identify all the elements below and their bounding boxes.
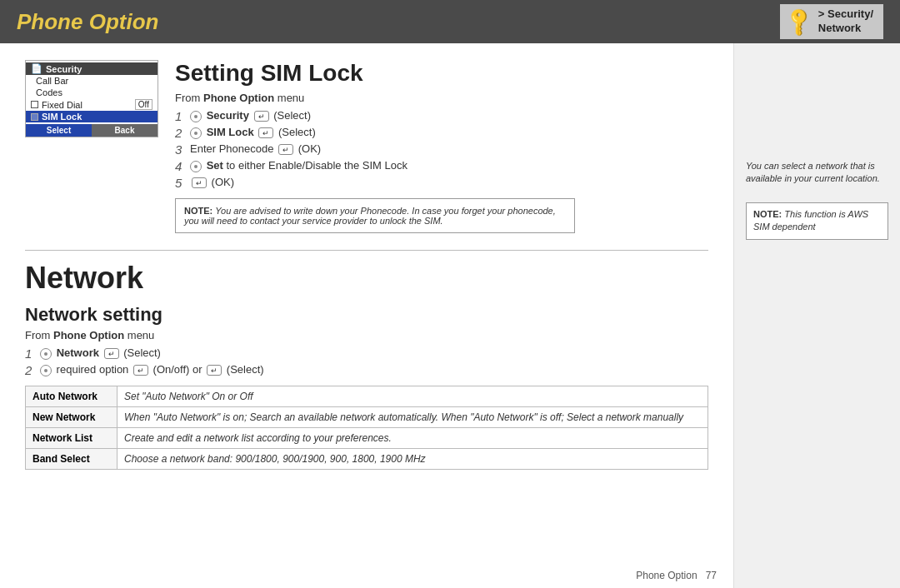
table-label: Network List bbox=[26, 428, 118, 449]
table-label: Auto Network bbox=[26, 386, 118, 407]
network-table: Auto Network Set "Auto Network" On or Of… bbox=[25, 386, 708, 470]
breadcrumb-text: > Security/ Network bbox=[818, 7, 873, 36]
table-label: New Network bbox=[26, 407, 118, 428]
network-steps: 1 Network ↵ (Select) 2 required option ↵ bbox=[25, 346, 708, 377]
network-step-2: 2 required option ↵ (On/off) or ↵ (Selec… bbox=[25, 363, 708, 377]
sidebar-aws-note: NOTE: This function is AWS SIM dependent bbox=[746, 202, 888, 240]
step-3: 3 Enter Phonecode ↵ (OK) bbox=[175, 142, 708, 157]
section-divider bbox=[25, 250, 708, 251]
location-note-text: You can select a network that is availab… bbox=[746, 160, 888, 186]
table-desc: When "Auto Network" is on; Search an ava… bbox=[118, 407, 708, 428]
fixed-dial-checkbox bbox=[31, 101, 38, 108]
phone-select-button[interactable]: Select bbox=[26, 124, 92, 137]
page-header: Phone Option 🔑 > Security/ Network bbox=[0, 0, 900, 43]
network-section: Network Network setting From Phone Optio… bbox=[25, 261, 708, 470]
table-row: Band Select Choose a network band: 900/1… bbox=[26, 449, 708, 470]
right-sidebar: You can select a network that is availab… bbox=[733, 43, 900, 588]
content-area: 📄 Security Call Bar Codes Fixed Dial Off bbox=[0, 43, 733, 588]
phone-mock: 📄 Security Call Bar Codes Fixed Dial Off bbox=[25, 60, 158, 137]
sim-lock-checkbox bbox=[31, 113, 38, 121]
sim-lock-steps: 1 Security ↵ (Select) 2 SIM Lock bbox=[175, 109, 708, 190]
sim-lock-section: 📄 Security Call Bar Codes Fixed Dial Off bbox=[25, 60, 708, 240]
step-1: 1 Security ↵ (Select) bbox=[175, 109, 708, 123]
table-row: Network List Create and edit a network l… bbox=[26, 428, 708, 449]
phone-back-button[interactable]: Back bbox=[92, 124, 158, 137]
sim-lock-note: NOTE: You are advised to write down your… bbox=[175, 198, 575, 233]
network-step-1: 1 Network ↵ (Select) bbox=[25, 346, 708, 361]
phone-menu-fixeddial: Fixed Dial Off bbox=[26, 98, 158, 111]
key-icon: 🔑 bbox=[782, 4, 816, 38]
phone-screen: 📄 Security Call Bar Codes Fixed Dial Off bbox=[26, 61, 158, 124]
off-badge: Off bbox=[135, 99, 152, 110]
page-title: Phone Option bbox=[17, 9, 158, 35]
sim-lock-content: Setting SIM Lock From Phone Option menu … bbox=[175, 60, 708, 240]
table-desc: Set "Auto Network" On or Off bbox=[118, 386, 708, 407]
sidebar-location-note: You can select a network that is availab… bbox=[746, 160, 888, 186]
phone-menu-callbar: Call Bar bbox=[26, 75, 158, 87]
breadcrumb: 🔑 > Security/ Network bbox=[780, 4, 883, 39]
table-row: Auto Network Set "Auto Network" On or Of… bbox=[26, 386, 708, 407]
sim-lock-from: From Phone Option menu bbox=[175, 92, 708, 104]
phone-menu-simlock: SIM Lock bbox=[26, 111, 158, 122]
table-label: Band Select bbox=[26, 449, 118, 470]
step-4: 4 Set to either Enable/Disable the SIM L… bbox=[175, 159, 708, 173]
phone-menu-security: 📄 Security bbox=[26, 62, 158, 75]
table-desc: Create and edit a network list according… bbox=[118, 428, 708, 449]
network-setting-title: Network setting bbox=[25, 304, 708, 326]
table-row: New Network When "Auto Network" is on; S… bbox=[26, 407, 708, 428]
sim-lock-title: Setting SIM Lock bbox=[175, 60, 708, 87]
step-2: 2 SIM Lock ↵ (Select) bbox=[175, 126, 708, 140]
phone-buttons: Select Back bbox=[26, 124, 158, 137]
table-desc: Choose a network band: 900/1800, 900/190… bbox=[118, 449, 708, 470]
main-layout: 📄 Security Call Bar Codes Fixed Dial Off bbox=[0, 43, 900, 588]
phone-menu-codes: Codes bbox=[26, 87, 158, 98]
network-from: From Phone Option menu bbox=[25, 329, 708, 341]
network-title: Network bbox=[25, 261, 708, 296]
footer: Phone Option 77 bbox=[636, 570, 717, 581]
step-5: 5 ↵ (OK) bbox=[175, 176, 708, 190]
